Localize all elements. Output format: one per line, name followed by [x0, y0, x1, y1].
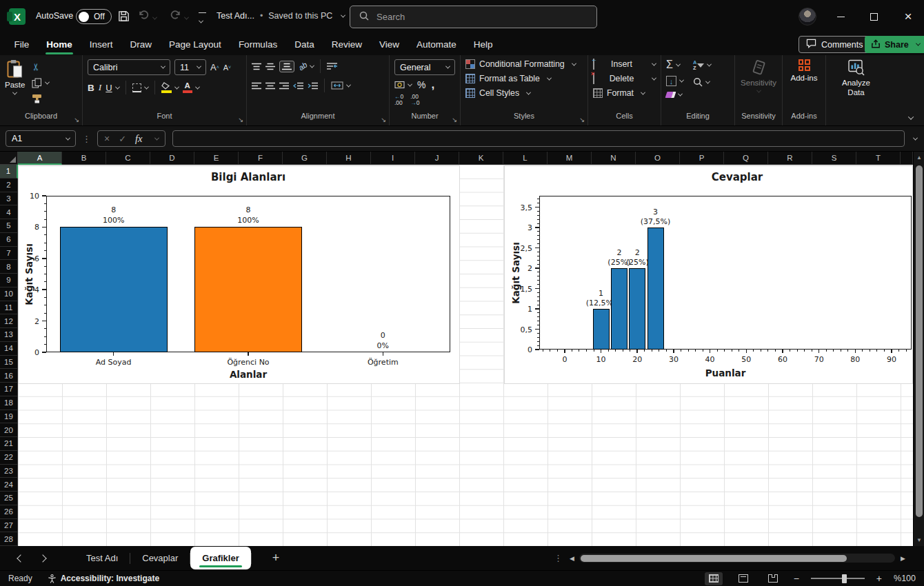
vertical-scrollbar-thumb[interactable] — [916, 165, 923, 517]
analyze-data-button[interactable]: Analyze Data — [838, 59, 874, 125]
normal-view-button[interactable] — [705, 572, 723, 585]
bold-button[interactable]: B — [88, 83, 94, 93]
row-header-16[interactable]: 16 — [0, 369, 18, 383]
column-header-p[interactable]: P — [680, 152, 724, 165]
column-header-j[interactable]: J — [415, 152, 459, 165]
increase-indent-button[interactable] — [308, 82, 318, 90]
column-header-c[interactable]: C — [106, 152, 150, 165]
row-header-8[interactable]: 8 — [0, 260, 18, 274]
italic-button[interactable]: I — [99, 82, 102, 93]
row-header-22[interactable]: 22 — [0, 451, 18, 465]
undo-button[interactable] — [138, 10, 157, 22]
align-center-button[interactable] — [265, 82, 275, 90]
row-header-5[interactable]: 5 — [0, 219, 18, 233]
increase-decimal-button[interactable]: ←0.00 — [394, 94, 403, 107]
sheet-tab-grafikler[interactable]: Grafikler — [190, 547, 250, 569]
column-header-m[interactable]: M — [548, 152, 592, 165]
quick-access-toolbar-button[interactable] — [199, 12, 206, 26]
ribbon-tab-data[interactable]: Data — [286, 33, 323, 55]
clear-button[interactable] — [666, 92, 683, 98]
row-header-9[interactable]: 9 — [0, 274, 18, 287]
cell-styles-button[interactable]: Cell Styles — [465, 88, 583, 98]
next-sheet-button[interactable] — [39, 554, 46, 562]
alignment-dialog-launcher[interactable]: ↘ — [381, 117, 386, 123]
cancel-formula-button[interactable]: × — [104, 133, 110, 144]
search-input[interactable]: Search — [350, 6, 597, 28]
horizontal-scrollbar[interactable] — [579, 554, 895, 563]
ribbon-tab-view[interactable]: View — [370, 33, 408, 55]
column-header-g[interactable]: G — [283, 152, 327, 165]
column-header-q[interactable]: Q — [724, 152, 768, 165]
collapse-ribbon-chevron[interactable] — [908, 114, 914, 119]
wrap-text-button[interactable] — [327, 62, 337, 70]
zoom-slider-thumb[interactable] — [842, 574, 847, 583]
ribbon-tab-home[interactable]: Home — [38, 33, 81, 55]
scroll-up-icon[interactable]: ▲ — [914, 154, 924, 161]
column-header-f[interactable]: F — [239, 152, 283, 165]
share-button[interactable]: Share — [865, 36, 924, 53]
vertical-scrollbar[interactable]: ▲ ▼ — [913, 152, 924, 546]
ribbon-tab-page-layout[interactable]: Page Layout — [161, 33, 230, 55]
increase-font-size-button[interactable]: A˄ — [210, 62, 219, 72]
column-header-i[interactable]: I — [371, 152, 415, 165]
row-header-3[interactable]: 3 — [0, 192, 18, 206]
ribbon-tab-draw[interactable]: Draw — [121, 33, 161, 55]
add-sheet-button[interactable]: + — [272, 551, 280, 565]
row-header-2[interactable]: 2 — [0, 179, 18, 192]
page-break-view-button[interactable] — [764, 572, 782, 585]
column-header-k[interactable]: K — [459, 152, 503, 165]
font-dialog-launcher[interactable]: ↘ — [238, 117, 243, 123]
cut-button[interactable]: ✂ — [32, 61, 49, 72]
prev-sheet-button[interactable] — [17, 554, 24, 562]
number-dialog-launcher[interactable]: ↘ — [452, 117, 457, 123]
document-title[interactable]: Test Adı... • Saved to this PC — [217, 11, 345, 21]
accounting-format-button[interactable] — [394, 81, 412, 89]
redo-button[interactable] — [170, 10, 188, 22]
clipboard-dialog-launcher[interactable]: ↘ — [74, 117, 79, 123]
ribbon-tab-file[interactable]: File — [6, 33, 38, 55]
formula-input[interactable] — [172, 130, 905, 147]
format-as-table-button[interactable]: Format as Table — [465, 74, 583, 83]
column-header-a[interactable]: A — [18, 152, 62, 165]
save-icon[interactable] — [117, 10, 130, 25]
zoom-out-button[interactable]: − — [794, 573, 799, 584]
user-avatar[interactable] — [799, 8, 816, 26]
row-header-18[interactable]: 18 — [0, 396, 18, 410]
column-header-b[interactable]: B — [62, 152, 106, 165]
bottom-align-button[interactable] — [279, 61, 294, 72]
row-header-24[interactable]: 24 — [0, 478, 18, 492]
fill-button[interactable]: ↓ — [666, 76, 683, 86]
row-header-14[interactable]: 14 — [0, 342, 18, 356]
fill-color-button[interactable] — [161, 82, 179, 93]
chart-cevaplar[interactable]: CevaplarPuanlarKağıt Sayısı00,511,522,53… — [504, 165, 913, 384]
styles-dialog-launcher[interactable]: ↘ — [579, 117, 585, 123]
row-header-10[interactable]: 10 — [0, 287, 18, 301]
comma-style-button[interactable]: , — [431, 83, 434, 88]
column-header-o[interactable]: O — [636, 152, 680, 165]
paste-button[interactable]: Paste — [5, 59, 25, 112]
sheet-tab-test-ad[interactable]: Test Adı — [74, 546, 130, 570]
row-header-11[interactable]: 11 — [0, 301, 18, 315]
font-size-select[interactable]: 11 — [174, 59, 206, 75]
addins-button[interactable]: Add-ins — [791, 59, 818, 112]
merge-center-button[interactable] — [331, 81, 350, 90]
row-header-21[interactable]: 21 — [0, 437, 18, 451]
chart-bilgi-alanlari[interactable]: Bilgi AlanlarıAlanlarKağıt Sayısı0246810… — [18, 165, 460, 384]
sheet-cells[interactable]: Bilgi AlanlarıAlanlarKağıt Sayısı0246810… — [18, 165, 913, 546]
conditional-formatting-button[interactable]: Conditional Formatting — [465, 59, 583, 69]
underline-button[interactable]: U — [106, 83, 119, 93]
row-header-12[interactable]: 12 — [0, 314, 18, 328]
format-painter-button[interactable] — [32, 94, 49, 103]
top-align-button[interactable] — [252, 63, 261, 70]
autosave-toggle[interactable]: Off — [76, 9, 112, 24]
row-header-13[interactable]: 13 — [0, 328, 18, 342]
accessibility-status[interactable]: Accessibility: Investigate — [48, 574, 159, 583]
middle-align-button[interactable] — [265, 63, 275, 70]
align-left-button[interactable] — [252, 82, 261, 90]
row-header-6[interactable]: 6 — [0, 233, 18, 247]
row-header-4[interactable]: 4 — [0, 205, 18, 219]
column-header-n[interactable]: N — [592, 152, 636, 165]
format-cells-button[interactable]: Format — [593, 88, 656, 98]
ribbon-tab-automate[interactable]: Automate — [408, 33, 465, 55]
sort-filter-button[interactable]: AZ — [693, 60, 711, 70]
